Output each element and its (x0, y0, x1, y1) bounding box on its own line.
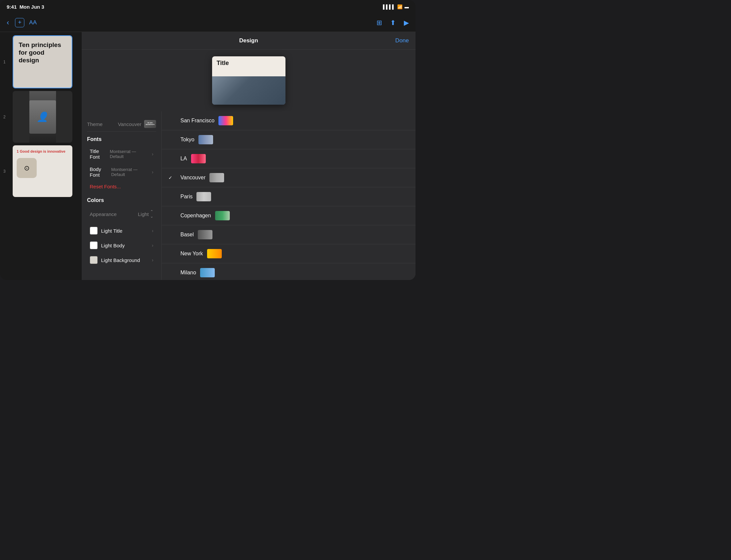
wifi-icon: 📶 (397, 4, 403, 9)
slide-content-1: Ten principles for good design (13, 36, 72, 88)
theme-item-thumbnail (198, 135, 213, 144)
theme-item-thumbnail (215, 211, 230, 220)
slide-thumb-1[interactable]: Ten principles for good design (13, 35, 72, 88)
slide-num-1: 1 (3, 60, 6, 64)
theme-item-name: Vancouver (180, 175, 205, 181)
preview-bottom (212, 76, 285, 105)
slide-num-3: 3 (3, 169, 6, 174)
colors-section-header: Colors (87, 197, 156, 203)
check-mark-icon: ✓ (168, 175, 174, 180)
slide-thumb-2[interactable]: 👤 (13, 91, 72, 143)
light-bg-row[interactable]: Light Background › (87, 253, 156, 267)
slide3-label: 1 Good design is innovative (17, 149, 68, 153)
preview-card: Title (212, 56, 285, 105)
theme-item-copenhagen[interactable]: Copenhagen (162, 206, 416, 225)
light-body-left: Light Body (90, 241, 125, 249)
light-body-chevron: › (152, 243, 153, 248)
light-title-left: Light Title (90, 227, 122, 235)
theme-item-paris[interactable]: Paris (162, 187, 416, 206)
preview-top: Title (212, 56, 285, 76)
theme-item-tokyo[interactable]: Tokyo (162, 130, 416, 149)
design-body: Theme Vancouver WE ARESNOWDROPS Fonts Ti… (82, 111, 416, 280)
light-bg-chevron: › (152, 257, 153, 263)
theme-item-milano[interactable]: Milano (162, 263, 416, 280)
light-title-row[interactable]: Light Title › (87, 223, 156, 238)
theme-item-basel[interactable]: Basel (162, 225, 416, 244)
light-title-label: Light Title (101, 228, 122, 234)
body-font-value: Montserrat — Default (111, 167, 150, 177)
light-body-row[interactable]: Light Body › (87, 238, 156, 253)
slide1-title: Ten principles for good design (19, 41, 66, 64)
design-panel: Design Done Title Theme Vancouver WE ARE… (82, 32, 416, 280)
theme-value: Vancouver (118, 121, 141, 127)
title-font-value: Montserrat — Default (110, 149, 150, 159)
theme-item-san-francisco[interactable]: San Francisco (162, 111, 416, 130)
appearance-label: Appearance (90, 211, 117, 217)
design-done-button[interactable]: Done (395, 37, 409, 44)
design-preview: Title (82, 50, 416, 111)
appearance-value-text: Light (138, 211, 149, 217)
theme-item-thumbnail (207, 249, 222, 258)
design-left-panel: Theme Vancouver WE ARESNOWDROPS Fonts Ti… (82, 111, 162, 280)
battery-icon: ▬ (405, 4, 409, 9)
title-font-chevron: › (152, 151, 153, 157)
gallery-button[interactable]: ⊞ (375, 17, 384, 28)
preview-title-text: Title (217, 60, 229, 67)
colors-section: Colors Appearance Light ⌃⌄ Light Title › (87, 197, 156, 267)
title-font-row[interactable]: Title Font Montserrat — Default › (87, 145, 156, 163)
slide-thumb-3[interactable]: 1 Good design is innovative ⊙ (13, 145, 72, 197)
slide-panel: 1 Ten principles for good design 2 👤 3 (0, 32, 82, 280)
theme-thumb: WE ARESNOWDROPS (144, 120, 156, 128)
theme-item-thumbnail (218, 116, 233, 125)
body-font-row[interactable]: Body Font Montserrat — Default › (87, 163, 156, 181)
light-bg-swatch (90, 256, 98, 264)
signal-icon: ▌▌▌▌ (383, 4, 395, 9)
theme-item-thumbnail (198, 230, 212, 239)
design-header: Design Done (82, 32, 416, 50)
light-title-chevron: › (152, 228, 153, 233)
theme-item-thumbnail (209, 173, 224, 182)
theme-row[interactable]: Theme Vancouver WE ARESNOWDROPS (87, 117, 156, 132)
status-time: 9:41 Mon Jun 3 (7, 4, 44, 10)
fonts-section-header: Fonts (87, 136, 156, 142)
theme-item-thumbnail (196, 192, 211, 201)
preview-image (212, 76, 285, 105)
light-bg-left: Light Background (90, 256, 140, 264)
theme-item-name: Milano (180, 270, 196, 276)
toolbar-right: ⊞ ⬆ ▶ (375, 17, 410, 28)
light-bg-label: Light Background (101, 257, 140, 263)
status-bar: 9:41 Mon Jun 3 ▌▌▌▌ 📶 ▬ (0, 0, 416, 13)
status-icons: ▌▌▌▌ 📶 ▬ (383, 4, 409, 9)
slide-content-2: 👤 (13, 91, 72, 143)
toolbar-left: ‹ + AA (5, 17, 37, 28)
theme-item-thumbnail (200, 268, 215, 277)
slide-content-3: 1 Good design is innovative ⊙ (13, 145, 72, 197)
toolbar: ‹ + AA ⊞ ⬆ ▶ (0, 13, 416, 32)
theme-item-name: Copenhagen (180, 213, 211, 219)
slide3-device: ⊙ (17, 158, 37, 178)
play-button[interactable]: ▶ (403, 17, 410, 28)
theme-item-vancouver[interactable]: ✓Vancouver (162, 168, 416, 187)
share-button[interactable]: ⬆ (389, 17, 397, 28)
light-body-label: Light Body (101, 243, 125, 248)
font-size-button[interactable]: AA (29, 19, 37, 26)
theme-item-thumbnail (191, 154, 206, 163)
back-button[interactable]: ‹ (5, 17, 10, 28)
theme-item-name: New York (180, 251, 203, 257)
theme-item-name: Tokyo (180, 137, 194, 143)
theme-dropdown: San FranciscoTokyoLA✓VancouverParisCopen… (162, 111, 416, 280)
appearance-row[interactable]: Appearance Light ⌃⌄ (87, 206, 156, 222)
light-title-swatch (90, 227, 98, 235)
reset-fonts-button[interactable]: Reset Fonts... (87, 181, 123, 192)
appearance-value-container: Light ⌃⌄ (138, 209, 153, 219)
theme-item-la[interactable]: LA (162, 149, 416, 168)
theme-item-name: LA (180, 156, 187, 162)
add-button[interactable]: + (15, 18, 24, 27)
theme-item-new-york[interactable]: New York (162, 244, 416, 263)
body-font-chevron: › (152, 169, 153, 175)
theme-label: Theme (87, 121, 103, 127)
light-body-swatch (90, 241, 98, 249)
appearance-stepper-icon: ⌃⌄ (150, 209, 153, 219)
theme-item-name: San Francisco (180, 118, 214, 124)
theme-item-name: Paris (180, 194, 192, 200)
